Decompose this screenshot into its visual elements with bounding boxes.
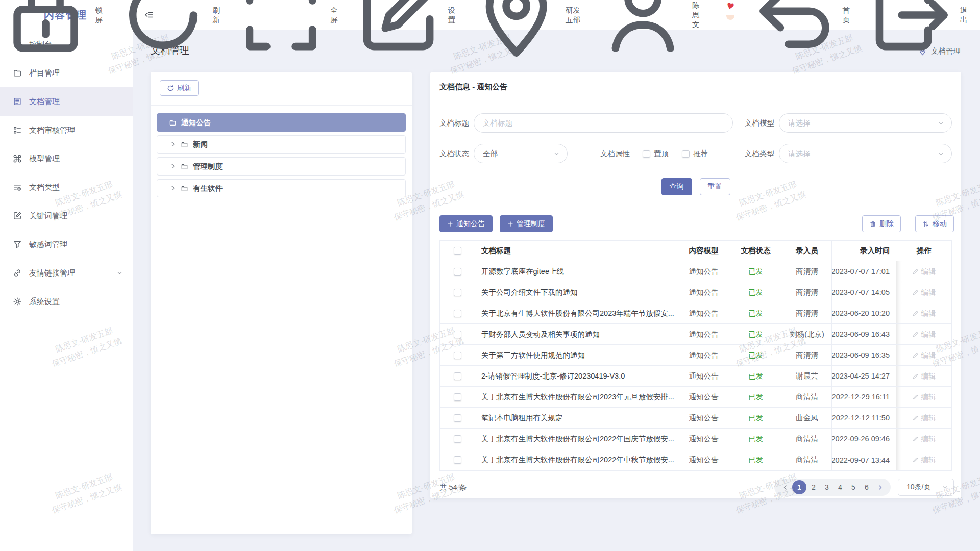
refresh-tree-button[interactable]: 刷新 (160, 80, 199, 96)
row-checkbox[interactable] (454, 456, 461, 464)
header-action[interactable]: 首页 (747, 0, 851, 61)
add-rule-button[interactable]: 管理制度 (500, 215, 553, 232)
edit-button[interactable]: 编辑 (912, 309, 936, 318)
header-action[interactable]: 全屏 (235, 0, 339, 61)
doc-operator-cell: 商清清 (782, 345, 832, 366)
page-number[interactable]: 3 (820, 479, 834, 496)
doc-title-cell: 于财务部人员变动及相关事项的通知 (475, 324, 678, 345)
sidebar-item[interactable]: 友情链接管理 (0, 259, 133, 287)
header-action[interactable]: 研发五部 (471, 0, 583, 61)
folder-icon (181, 185, 188, 192)
doc-operator-cell: 商清清 (782, 449, 832, 470)
table-row: 开源数字底座在gitee上线 通知公告 已发 商清清 2023-07-07 17… (440, 261, 951, 282)
header-action[interactable]: 退出 (865, 0, 969, 61)
tree-item[interactable]: 通知公告 (157, 113, 406, 132)
checkbox[interactable] (643, 150, 650, 158)
edit-button[interactable]: 编辑 (912, 330, 936, 339)
user-icon (597, 0, 689, 61)
sidebar-item[interactable]: 栏目管理 (0, 59, 133, 87)
pencil-icon (912, 289, 919, 296)
add-notice-button[interactable]: 通知公告 (439, 215, 493, 232)
top-header: 内容管理 锁屏 刷新 全屏 设置 研发五部 (0, 0, 980, 30)
sidebar-item[interactable]: 系统设置 (0, 287, 133, 316)
doc-status-badge: 已发 (729, 429, 782, 449)
edit-button[interactable]: 编辑 (912, 434, 936, 444)
tree-item[interactable]: 新闻 (157, 135, 406, 154)
chevron-right-icon (170, 141, 176, 147)
doc-time-cell: 2023-07-07 14:05 (832, 282, 896, 303)
page-number[interactable]: 4 (834, 479, 847, 496)
next-page-icon[interactable] (874, 479, 886, 496)
edit-button[interactable]: 编辑 (912, 413, 936, 423)
col-title: 文档标题 (475, 241, 678, 261)
doc-title-cell: 关于北京有生博大软件股份有限公司2022年国庆节放假安... (475, 429, 678, 449)
row-checkbox[interactable] (454, 435, 461, 443)
row-checkbox[interactable] (454, 331, 461, 338)
doc-model-label: 文档模型 (745, 118, 774, 128)
trash-icon (869, 220, 876, 228)
command-icon (13, 154, 22, 163)
sidebar-item[interactable]: 文档类型 (0, 173, 133, 202)
doc-title-cell: 关于公司介绍文件下载的通知 (475, 282, 678, 303)
header-action[interactable]: 陈思文 (597, 0, 705, 61)
row-checkbox[interactable] (454, 372, 461, 380)
move-button[interactable]: 移动 (915, 215, 954, 232)
doc-operator-cell: 商清清 (782, 387, 832, 408)
edit-button[interactable]: 编辑 (912, 288, 936, 297)
edit-button[interactable]: 编辑 (912, 267, 936, 277)
table-body: 开源数字底座在gitee上线 通知公告 已发 商清清 2023-07-07 17… (440, 261, 951, 470)
sidebar-item[interactable]: 敏感词管理 (0, 230, 133, 259)
pencil-icon (912, 457, 919, 463)
row-checkbox[interactable] (454, 352, 461, 359)
edit-button[interactable]: 编辑 (912, 371, 936, 381)
chevron-down-icon (942, 484, 948, 491)
folder-icon (13, 68, 22, 78)
page-number[interactable]: 6 (860, 479, 873, 496)
header-action[interactable]: 刷新 (117, 0, 221, 61)
filter-row-2: 文档状态 全部 文档属性 置顶 推荐 文档类型 (439, 144, 952, 163)
tree-item[interactable]: 有生软件 (157, 179, 406, 197)
edit-square-icon (353, 0, 444, 61)
delete-button[interactable]: 删除 (862, 215, 901, 232)
row-checkbox[interactable] (454, 310, 461, 317)
select-all-checkbox[interactable] (454, 247, 461, 255)
header-action[interactable]: 设置 (353, 0, 456, 61)
row-checkbox[interactable] (454, 268, 461, 276)
refresh-icon (167, 85, 174, 92)
sidebar-item[interactable]: 文档审核管理 (0, 116, 133, 144)
fullscreen-icon (235, 0, 327, 61)
edit-button[interactable]: 编辑 (912, 455, 936, 465)
row-checkbox[interactable] (454, 289, 461, 296)
reset-button[interactable]: 重置 (700, 178, 730, 195)
col-time: 录入时间 (832, 241, 896, 261)
page-size-select[interactable]: 10条/页 (898, 479, 954, 496)
header-action[interactable]: 锁屏 (0, 0, 104, 61)
attr-top-checkbox[interactable]: 置顶 (643, 149, 669, 159)
doc-time-cell: 2023-06-09 16:35 (832, 345, 896, 366)
tree-item[interactable]: 管理制度 (157, 157, 406, 176)
doc-type-select[interactable]: 请选择 (779, 144, 952, 163)
checkbox[interactable] (682, 150, 690, 158)
gear-icon (13, 297, 22, 306)
doc-status-select[interactable]: 全部 (474, 144, 568, 163)
prev-page-icon[interactable] (779, 479, 791, 496)
page-number[interactable]: 5 (847, 479, 860, 496)
page-number[interactable]: 1 (792, 480, 806, 494)
sidebar-item[interactable]: 文档管理 (0, 87, 133, 116)
doc-model-select[interactable]: 请选择 (779, 113, 952, 133)
row-checkbox[interactable] (454, 414, 461, 422)
doc-title-input[interactable] (474, 113, 733, 133)
sidebar-item[interactable]: 关键词管理 (0, 202, 133, 230)
edit-button[interactable]: 编辑 (912, 350, 936, 360)
edit-button[interactable]: 编辑 (912, 392, 936, 402)
document-icon (13, 97, 22, 106)
user-avatar[interactable]: ♥ (720, 5, 732, 26)
sidebar-item[interactable]: 模型管理 (0, 144, 133, 173)
pencil-icon (912, 268, 919, 275)
attr-recommend-checkbox[interactable]: 推荐 (682, 149, 708, 159)
row-checkbox[interactable] (454, 393, 461, 401)
page-number[interactable]: 2 (807, 479, 820, 496)
search-button[interactable]: 查询 (662, 178, 692, 195)
move-icon (922, 220, 929, 228)
doc-title-label: 文档标题 (439, 118, 469, 128)
